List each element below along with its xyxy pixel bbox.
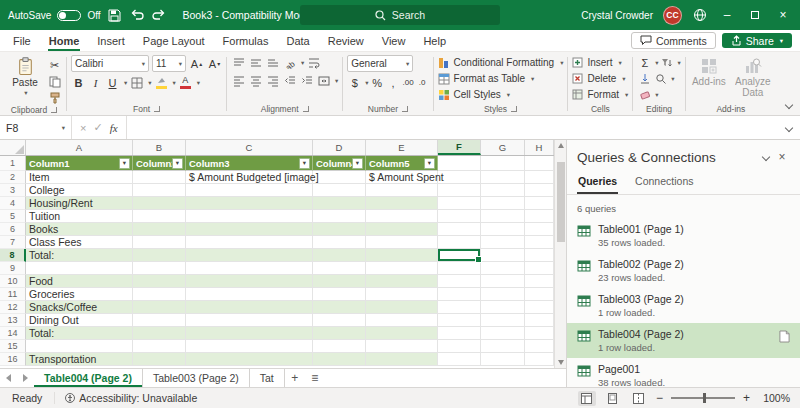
cell-D3[interactable] — [313, 184, 366, 197]
all-sheets-icon[interactable]: ≡ — [305, 369, 325, 387]
redo-icon[interactable] — [151, 7, 167, 23]
cell-E8[interactable] — [366, 249, 438, 262]
filter-button-icon[interactable]: ▾ — [172, 158, 183, 169]
cell-G11[interactable] — [481, 288, 525, 301]
cell-H13[interactable] — [525, 314, 554, 327]
cell-H2[interactable] — [525, 171, 554, 184]
center-icon[interactable] — [248, 73, 263, 88]
align-left-icon[interactable] — [231, 73, 246, 88]
row-header-9[interactable]: 9 — [0, 262, 26, 275]
cell-F15[interactable] — [438, 340, 481, 353]
cell-C3[interactable] — [186, 184, 313, 197]
tab-file[interactable]: File — [4, 30, 40, 51]
conditional-formatting-button[interactable]: Conditional Formatting▾ — [438, 55, 564, 70]
new-sheet-button[interactable]: + — [285, 369, 305, 387]
cell-A5[interactable]: Tuition — [26, 210, 133, 223]
minimize-button[interactable]: – — [718, 6, 736, 24]
align-right-icon[interactable] — [265, 73, 280, 88]
cell-A7[interactable]: Class Fees — [26, 236, 133, 249]
cell-D8[interactable] — [313, 249, 366, 262]
italic-button[interactable]: I — [88, 75, 103, 90]
cell-B12[interactable] — [133, 301, 186, 314]
scroll-down-icon[interactable] — [558, 360, 564, 365]
cell-G1[interactable] — [481, 156, 525, 171]
cell-A15[interactable] — [26, 340, 133, 353]
expand-formula-bar-icon[interactable] — [778, 116, 800, 139]
row-header-14[interactable]: 14 — [0, 327, 26, 340]
cell-C5[interactable] — [186, 210, 313, 223]
cell-A13[interactable]: Dining Out — [26, 314, 133, 327]
clear-icon[interactable] — [637, 87, 652, 102]
cell-F2[interactable] — [438, 171, 481, 184]
cell-E2[interactable]: $ Amount Spent — [366, 171, 438, 184]
enter-icon[interactable]: ✓ — [93, 121, 102, 134]
font-name-select[interactable]: Calibri▾ — [71, 55, 149, 72]
sheet-nav-right-icon[interactable] — [17, 369, 34, 387]
cell-D13[interactable] — [313, 314, 366, 327]
cell-F10[interactable] — [438, 275, 481, 288]
cell-B9[interactable] — [133, 262, 186, 275]
select-all-corner[interactable] — [0, 140, 26, 155]
number-dialog-launcher-icon[interactable] — [402, 106, 408, 112]
scroll-up-icon[interactable] — [558, 143, 564, 148]
cell-A16[interactable]: Transportation — [26, 353, 133, 366]
cell-H15[interactable] — [525, 340, 554, 353]
cell-C10[interactable] — [186, 275, 313, 288]
cell-F14[interactable] — [438, 327, 481, 340]
cell-E15[interactable] — [366, 340, 438, 353]
cell-C8[interactable] — [186, 249, 313, 262]
cell-D7[interactable] — [313, 236, 366, 249]
cell-B6[interactable] — [133, 223, 186, 236]
cell-F3[interactable] — [438, 184, 481, 197]
row-header-2[interactable]: 2 — [0, 171, 26, 184]
cell-C1[interactable]: Column3▾ — [186, 156, 313, 171]
zoom-in-icon[interactable]: + — [743, 391, 750, 405]
cell-H8[interactable] — [525, 249, 554, 262]
decrease-indent-icon[interactable] — [282, 73, 297, 88]
cell-B13[interactable] — [133, 314, 186, 327]
format-painter-icon[interactable] — [47, 90, 62, 105]
format-button[interactable]: Format▾ — [572, 87, 628, 102]
cell-E12[interactable] — [366, 301, 438, 314]
cell-G2[interactable] — [481, 171, 525, 184]
cell-F16[interactable] — [438, 353, 481, 366]
filter-button-icon[interactable]: ▾ — [299, 158, 310, 169]
cell-B14[interactable] — [133, 327, 186, 340]
comma-style-icon[interactable]: , — [386, 75, 401, 90]
cell-G5[interactable] — [481, 210, 525, 223]
insert-function-icon[interactable]: fx — [110, 122, 118, 134]
cell-H16[interactable] — [525, 353, 554, 366]
cell-E9[interactable] — [366, 262, 438, 275]
row-header-3[interactable]: 3 — [0, 184, 26, 197]
cell-B15[interactable] — [133, 340, 186, 353]
cell-A8[interactable]: Total: — [26, 249, 133, 262]
cell-C12[interactable] — [186, 301, 313, 314]
cell-E14[interactable] — [366, 327, 438, 340]
cell-E6[interactable] — [366, 223, 438, 236]
cell-C9[interactable] — [186, 262, 313, 275]
cell-A4[interactable]: Housing/Rent — [26, 197, 133, 210]
cell-G8[interactable] — [481, 249, 525, 262]
cell-C15[interactable] — [186, 340, 313, 353]
fill-color-icon[interactable] — [154, 75, 169, 90]
cell-G3[interactable] — [481, 184, 525, 197]
name-box[interactable]: F8▾ — [0, 116, 72, 139]
row-header-6[interactable]: 6 — [0, 223, 26, 236]
cell-styles-button[interactable]: Cell Styles▾ — [438, 87, 511, 102]
page-break-view-icon[interactable] — [630, 391, 648, 406]
cell-F1[interactable] — [438, 156, 481, 171]
insert-button[interactable]: Insert▾ — [572, 55, 621, 70]
cell-B7[interactable] — [133, 236, 186, 249]
find-select-icon[interactable] — [653, 71, 668, 86]
styles-dialog-launcher-icon[interactable] — [511, 106, 517, 112]
top-align-icon[interactable] — [231, 55, 246, 70]
cell-G14[interactable] — [481, 327, 525, 340]
row-header-7[interactable]: 7 — [0, 236, 26, 249]
cell-G7[interactable] — [481, 236, 525, 249]
filter-button-icon[interactable]: ▾ — [424, 158, 435, 169]
close-button[interactable]: × — [774, 6, 792, 24]
cell-A14[interactable]: Total: — [26, 327, 133, 340]
add-ins-button[interactable]: Add-ins — [690, 55, 728, 87]
zoom-slider-thumb[interactable] — [703, 393, 706, 403]
filter-button-icon[interactable]: ▾ — [352, 158, 363, 169]
